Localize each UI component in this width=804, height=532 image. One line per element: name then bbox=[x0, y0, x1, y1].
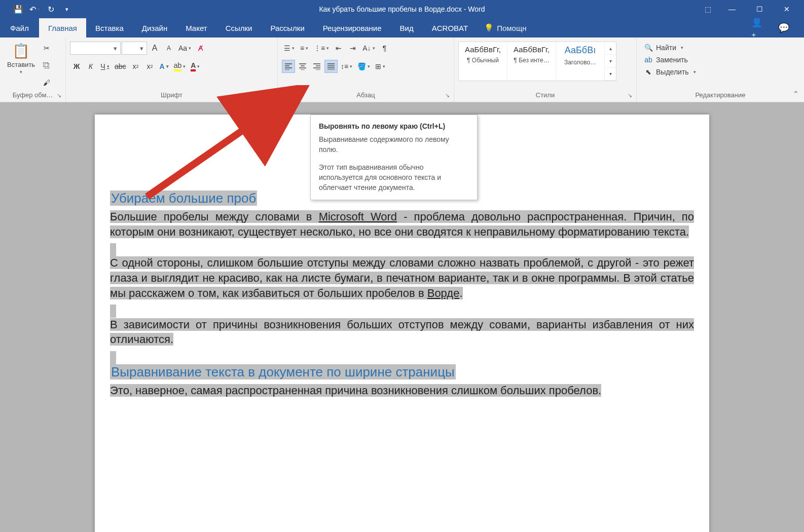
tab-references[interactable]: Ссылки bbox=[216, 18, 262, 37]
clear-formatting-icon[interactable]: A̸ bbox=[194, 42, 207, 55]
italic-button[interactable]: К bbox=[84, 60, 97, 73]
paragraph-3: В зависимости от причины возникновения б… bbox=[110, 318, 694, 346]
replace-button[interactable]: abЗаменить bbox=[641, 55, 699, 65]
clipboard-launcher-icon[interactable]: ↘ bbox=[55, 92, 62, 99]
tab-layout[interactable]: Макет bbox=[176, 18, 216, 37]
style-heading1[interactable]: АаБбВı Заголово… bbox=[556, 42, 605, 81]
style-no-spacing[interactable]: АаБбВвГг, ¶ Без инте… bbox=[507, 42, 556, 81]
paragraph-launcher-icon[interactable]: ↘ bbox=[444, 92, 451, 99]
redo-icon[interactable]: ↻ bbox=[44, 2, 58, 16]
align-right-button[interactable] bbox=[310, 60, 323, 73]
align-justify-button[interactable] bbox=[324, 60, 338, 73]
maximize-icon[interactable]: ☐ bbox=[746, 0, 773, 18]
format-painter-icon[interactable]: 🖌 bbox=[40, 76, 53, 89]
replace-icon: ab bbox=[644, 56, 653, 64]
bold-button[interactable]: Ж bbox=[70, 60, 83, 73]
tell-me-search[interactable]: 💡 Помощн bbox=[477, 18, 533, 37]
group-paragraph-label: Абзац bbox=[278, 89, 454, 102]
line-spacing-icon[interactable]: ↕≡ bbox=[339, 60, 354, 73]
font-color-icon[interactable]: A bbox=[189, 60, 202, 73]
subscript-button[interactable]: x2 bbox=[129, 60, 142, 73]
bullets-icon[interactable]: ☰ bbox=[282, 42, 297, 55]
heading-1: Убираем большие проб bbox=[110, 191, 257, 206]
link-msword: Microsoft Word bbox=[319, 210, 397, 223]
ribbon: 📋 Вставить ▾ ✂ ⿻ 🖌 Буфер обм… ↘ ▾ ▾ A A … bbox=[0, 37, 804, 102]
qat-customize-icon[interactable]: ▾ bbox=[60, 2, 74, 16]
undo-icon[interactable]: ↶ bbox=[27, 2, 42, 16]
save-icon[interactable]: 💾 bbox=[11, 2, 25, 16]
group-styles: АаБбВвГг, ¶ Обычный АаБбВвГг, ¶ Без инте… bbox=[454, 37, 637, 102]
numbering-icon[interactable]: ≡ bbox=[298, 42, 311, 55]
document-content[interactable]: Убираем большие проб Большие пробелы меж… bbox=[110, 189, 694, 398]
tooltip-align-left: Выровнять по левому краю (Ctrl+L) Выравн… bbox=[310, 115, 478, 200]
shrink-font-icon[interactable]: A bbox=[162, 42, 175, 55]
ribbon-display-options-icon[interactable]: ⬚ bbox=[698, 2, 718, 16]
font-size-combo[interactable]: ▾ bbox=[122, 42, 147, 55]
gallery-down-icon[interactable]: ▾ bbox=[605, 55, 616, 67]
collapse-ribbon-icon[interactable]: ⌃ bbox=[793, 90, 799, 98]
find-button[interactable]: 🔍Найти bbox=[641, 43, 699, 53]
empty-selection-1 bbox=[110, 243, 116, 256]
share-icon[interactable]: 👤₊ bbox=[751, 22, 763, 34]
select-button[interactable]: ⬉Выделить bbox=[641, 67, 699, 77]
align-left-button[interactable] bbox=[282, 60, 295, 73]
group-clipboard: 📋 Вставить ▾ ✂ ⿻ 🖌 Буфер обм… ↘ bbox=[0, 37, 66, 102]
gallery-up-icon[interactable]: ▴ bbox=[605, 42, 616, 55]
styles-launcher-icon[interactable]: ↘ bbox=[626, 92, 633, 99]
paragraph-2a: С одной стороны, слишком большие отступы… bbox=[110, 256, 694, 299]
styles-gallery[interactable]: АаБбВвГг, ¶ Обычный АаБбВвГг, ¶ Без инте… bbox=[458, 42, 616, 81]
group-paragraph: ☰ ≡ ⋮≡ ⇤ ⇥ A↓ ¶ bbox=[278, 37, 454, 102]
superscript-button[interactable]: x2 bbox=[143, 60, 157, 73]
text-effects-icon[interactable]: A bbox=[158, 60, 171, 73]
font-name-combo[interactable]: ▾ bbox=[70, 42, 121, 55]
comments-icon[interactable]: 💬 bbox=[778, 22, 790, 34]
paste-button[interactable]: 📋 Вставить ▾ bbox=[4, 41, 38, 75]
tab-insert[interactable]: Вставка bbox=[86, 18, 133, 37]
window-title: Как убрать большие пробелы в Ворде.docx … bbox=[319, 5, 485, 13]
empty-selection-3 bbox=[110, 351, 116, 364]
tab-home[interactable]: Главная bbox=[39, 18, 86, 37]
tell-me-label: Помощн bbox=[497, 24, 526, 32]
tooltip-desc-1: Выравнивание содержимого по левому полю. bbox=[319, 134, 469, 155]
tab-file[interactable]: Файл bbox=[0, 18, 39, 37]
tab-view[interactable]: Вид bbox=[391, 18, 423, 37]
copy-icon[interactable]: ⿻ bbox=[40, 59, 53, 72]
align-center-button[interactable] bbox=[296, 60, 309, 73]
tooltip-title: Выровнять по левому краю (Ctrl+L) bbox=[319, 122, 469, 130]
multilevel-list-icon[interactable]: ⋮≡ bbox=[312, 42, 331, 55]
gallery-more-icon[interactable]: ▾ bbox=[605, 68, 616, 81]
tab-mailings[interactable]: Рассылки bbox=[261, 18, 313, 37]
change-case-icon[interactable]: Aa bbox=[176, 42, 193, 55]
find-icon: 🔍 bbox=[644, 44, 653, 52]
select-icon: ⬉ bbox=[644, 68, 653, 76]
highlight-color-icon[interactable]: ab bbox=[172, 60, 188, 73]
group-font-label: Шрифт bbox=[66, 89, 277, 102]
cut-icon[interactable]: ✂ bbox=[40, 42, 53, 55]
group-editing-label: Редактирование bbox=[637, 89, 804, 102]
minimize-icon[interactable]: — bbox=[719, 0, 745, 18]
sort-icon[interactable]: A↓ bbox=[360, 42, 377, 55]
underline-button[interactable]: Ч bbox=[98, 60, 112, 73]
font-launcher-icon[interactable]: ↘ bbox=[267, 92, 274, 99]
lightbulb-icon: 💡 bbox=[484, 23, 494, 32]
shading-icon[interactable]: 🪣 bbox=[355, 60, 372, 73]
clipboard-icon: 📋 bbox=[12, 42, 30, 60]
paste-label: Вставить bbox=[7, 61, 35, 68]
decrease-indent-icon[interactable]: ⇤ bbox=[332, 42, 345, 55]
tab-design[interactable]: Дизайн bbox=[133, 18, 176, 37]
ribbon-tabs: Файл Главная Вставка Дизайн Макет Ссылки… bbox=[0, 18, 804, 37]
strikethrough-button[interactable]: abc bbox=[113, 60, 128, 73]
tab-review[interactable]: Рецензирование bbox=[314, 18, 391, 37]
style-normal[interactable]: АаБбВвГг, ¶ Обычный bbox=[459, 42, 507, 81]
borders-icon[interactable]: ⊞ bbox=[373, 60, 387, 73]
increase-indent-icon[interactable]: ⇥ bbox=[346, 42, 359, 55]
show-marks-icon[interactable]: ¶ bbox=[378, 42, 391, 55]
grow-font-icon[interactable]: A bbox=[148, 42, 161, 55]
group-styles-label: Стили bbox=[454, 89, 636, 102]
styles-gallery-scroll[interactable]: ▴ ▾ ▾ bbox=[605, 42, 616, 81]
tab-acrobat[interactable]: ACROBAT bbox=[423, 18, 477, 37]
empty-selection-2 bbox=[110, 305, 116, 318]
quick-access-toolbar: 💾 ↶ ↻ ▾ bbox=[0, 2, 74, 16]
heading-2: Выравнивание текста в документе по ширин… bbox=[110, 364, 456, 379]
close-icon[interactable]: ✕ bbox=[774, 0, 800, 18]
